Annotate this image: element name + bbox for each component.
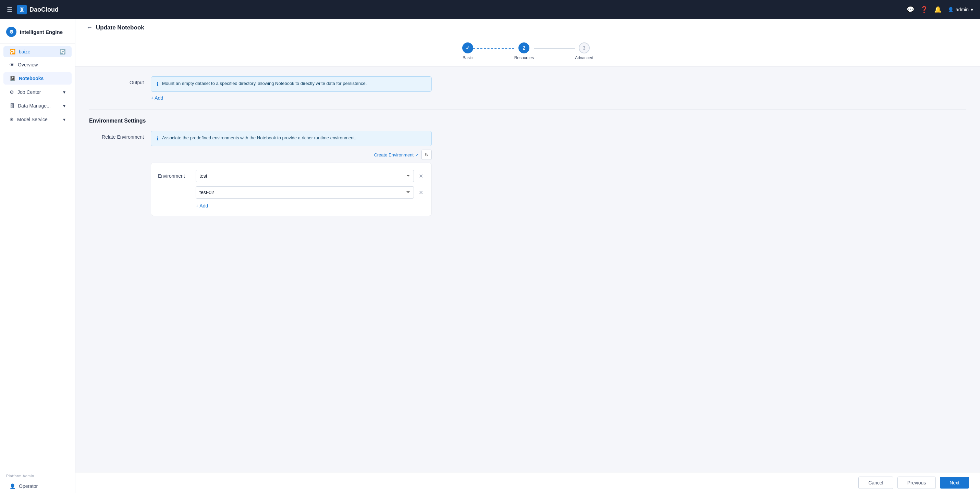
next-button[interactable]: Next <box>940 477 969 488</box>
env-remove-button-2[interactable]: ✕ <box>417 188 425 197</box>
page-footer: Cancel Previous Next <box>75 472 980 493</box>
help-icon[interactable]: ❓ <box>920 6 928 13</box>
user-avatar-icon: 👤 <box>948 7 954 12</box>
create-env-row: Create Environment ↗ ↻ <box>151 150 432 160</box>
operator-icon: 👤 <box>10 483 16 489</box>
env-card: Environment test test-02 prod ✕ <box>151 163 432 216</box>
env-field-label-1: Environment <box>158 173 192 179</box>
relate-env-label: Relate Environment <box>89 131 144 139</box>
engine-icon: ⚙ <box>6 27 16 37</box>
notification-icon[interactable]: 🔔 <box>934 6 942 13</box>
hamburger-menu-icon[interactable]: ☰ <box>7 6 12 13</box>
env-add-button[interactable]: + Add <box>196 203 208 209</box>
page-header: ← Update Notebook <box>75 19 980 36</box>
eye-icon: 👁 <box>10 62 14 67</box>
sidebar-item-overview[interactable]: 👁 Overview <box>3 59 72 71</box>
baize-icon: 🔁 <box>10 49 16 54</box>
logo: DaoCloud <box>17 5 59 14</box>
info-icon: ℹ <box>157 81 159 87</box>
steps-bar: ✓ Basic 2 Resources 3 Advanced <box>75 36 980 67</box>
env-row-1: Environment test test-02 prod ✕ <box>158 170 425 182</box>
info-icon-2: ℹ <box>157 136 159 142</box>
back-button[interactable]: ← <box>86 24 92 31</box>
top-navigation: ☰ DaoCloud 💬 ❓ 🔔 👤 admin ▾ <box>0 0 980 19</box>
env-row-2: test test-02 prod ✕ <box>158 186 425 198</box>
relate-env-info-box: ℹ Associate the predefined environments … <box>151 131 432 146</box>
relate-env-section: Relate Environment ℹ Associate the prede… <box>89 131 966 216</box>
chevron-down-icon: ▾ <box>63 103 65 109</box>
output-add-button[interactable]: + Add <box>151 95 163 101</box>
external-link-icon: ↗ <box>415 152 419 157</box>
step-connector-2 <box>534 48 575 49</box>
refresh-icon[interactable]: 🔄 <box>60 49 65 54</box>
chevron-down-icon: ▾ <box>971 7 973 12</box>
step-basic-circle: ✓ <box>462 43 473 54</box>
sidebar-brand: ⚙ Intelligent Engine <box>0 22 75 43</box>
message-icon[interactable]: 💬 <box>907 6 914 13</box>
sidebar-item-baize[interactable]: 🔁 baize 🔄 <box>3 46 72 57</box>
job-center-icon: ⚙ <box>10 89 14 95</box>
sidebar: ⚙ Intelligent Engine 🔁 baize 🔄 👁 Overvie… <box>0 19 75 493</box>
sidebar-item-operator[interactable]: 👤 Operator <box>3 480 72 492</box>
form-area: Output ℹ Mount an empty dataset to a spe… <box>75 67 980 493</box>
refresh-button[interactable]: ↻ <box>422 150 432 160</box>
env-select-1[interactable]: test test-02 prod <box>196 170 414 182</box>
sidebar-item-model-service[interactable]: ✳ Model Service ▾ <box>3 113 72 126</box>
sidebar-item-notebooks[interactable]: 📓 Notebooks <box>3 72 72 84</box>
notebook-icon: 📓 <box>10 76 16 81</box>
output-section: Output ℹ Mount an empty dataset to a spe… <box>89 76 966 101</box>
output-label: Output <box>89 76 144 85</box>
step-basic: ✓ Basic <box>462 43 473 60</box>
step-resources-circle: 2 <box>519 43 530 54</box>
step-resources: 2 Resources <box>514 43 534 60</box>
step-connector-1 <box>473 48 514 49</box>
chevron-down-icon: ▾ <box>63 117 65 122</box>
database-icon: 🗄 <box>10 103 14 109</box>
chevron-down-icon: ▾ <box>63 89 65 95</box>
model-service-icon: ✳ <box>10 117 14 122</box>
cancel-button[interactable]: Cancel <box>858 477 893 489</box>
output-info-box: ℹ Mount an empty dataset to a specified … <box>151 76 432 92</box>
main-content: ← Update Notebook ✓ Basic 2 Resources <box>75 19 980 493</box>
step-advanced-circle: 3 <box>579 43 590 54</box>
platform-admin-label: Platform Admin <box>0 469 75 479</box>
page-title: Update Notebook <box>96 24 144 31</box>
step-advanced: 3 Advanced <box>575 43 593 60</box>
previous-button[interactable]: Previous <box>897 477 936 489</box>
create-env-link[interactable]: Create Environment ↗ <box>374 152 419 157</box>
user-menu[interactable]: 👤 admin ▾ <box>948 7 973 12</box>
sidebar-item-job-center[interactable]: ⚙ Job Center ▾ <box>3 86 72 98</box>
env-select-2[interactable]: test test-02 prod <box>196 186 414 198</box>
sidebar-item-data-manage[interactable]: 🗄 Data Manage... ▾ <box>3 100 72 112</box>
env-remove-button-1[interactable]: ✕ <box>417 171 425 181</box>
logo-icon <box>17 5 27 14</box>
env-settings-title: Environment Settings <box>89 118 966 124</box>
